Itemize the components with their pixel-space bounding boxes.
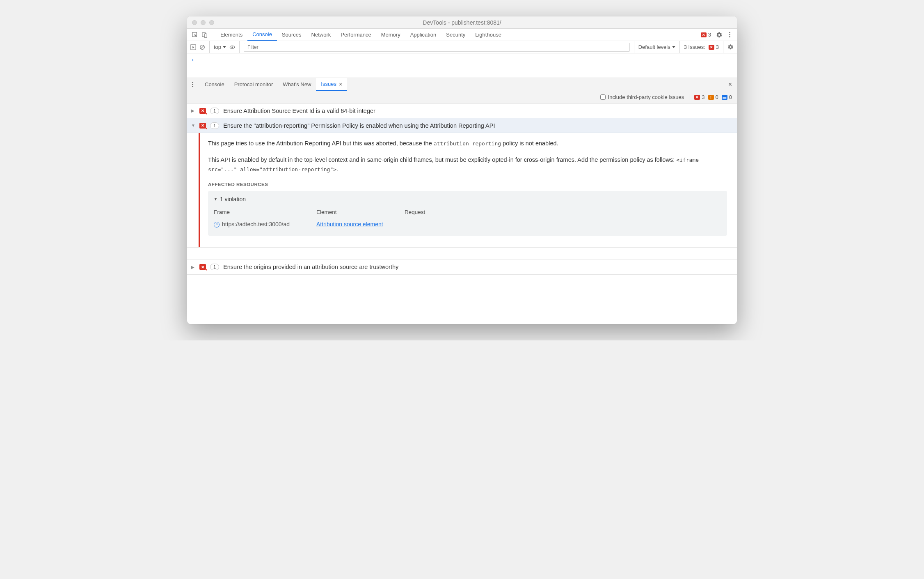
- inspect-element-icon[interactable]: [192, 32, 198, 38]
- issues-badge[interactable]: ✕ 3: [709, 44, 719, 50]
- error-count-value: 3: [702, 94, 704, 100]
- element-link[interactable]: Attribution source element: [316, 221, 383, 227]
- main-tab-bar: Elements Console Sources Network Perform…: [187, 29, 737, 41]
- console-settings-icon[interactable]: [727, 44, 734, 50]
- close-window-button[interactable]: [192, 20, 197, 25]
- issue-description-2: This API is enabled by default in the to…: [208, 155, 727, 174]
- violation-count: 1 violation: [220, 195, 246, 204]
- frame-cell[interactable]: ‹› https://adtech.test:3000/ad: [214, 220, 316, 229]
- eye-icon[interactable]: [229, 44, 235, 50]
- inline-code: attribution-reporting: [434, 140, 501, 147]
- issues-filter-bar: Include third-party cookie issues ✕ 3 ! …: [187, 91, 737, 103]
- collapse-icon: ▼: [214, 197, 217, 202]
- info-count-value: 0: [729, 94, 732, 100]
- chevron-down-icon: [672, 46, 675, 48]
- info-count-item[interactable]: ▬ 0: [722, 94, 732, 100]
- frame-icon: ‹›: [214, 222, 220, 227]
- issues-count: 3: [716, 44, 719, 50]
- tab-lighthouse[interactable]: Lighthouse: [470, 29, 506, 41]
- issue-row[interactable]: ▶ ✕ 1 Ensure the origins provided in an …: [187, 260, 737, 275]
- tab-elements[interactable]: Elements: [215, 29, 247, 41]
- drawer-tab-label: Issues: [321, 81, 336, 87]
- drawer-tab-issues[interactable]: Issues ×: [316, 78, 347, 91]
- svg-rect-2: [204, 34, 207, 37]
- expand-icon: ▶: [191, 108, 195, 113]
- execution-play-icon[interactable]: [190, 44, 196, 50]
- drawer-more-icon[interactable]: [190, 82, 195, 87]
- main-tabs: Elements Console Sources Network Perform…: [215, 29, 506, 41]
- info-icon: ▬: [722, 95, 727, 100]
- expand-icon: ▶: [191, 265, 195, 269]
- traffic-lights: [192, 20, 214, 25]
- minimize-window-button[interactable]: [201, 20, 206, 25]
- tab-performance[interactable]: Performance: [336, 29, 376, 41]
- violation-box: ▼ 1 violation Frame ‹› https://adtech.te…: [208, 191, 727, 235]
- col-header-request: Request: [405, 208, 721, 217]
- issue-description-1: This page tries to use the Attribution R…: [208, 139, 727, 148]
- issue-count-pill: 1: [210, 264, 219, 270]
- svg-point-7: [231, 46, 233, 48]
- console-prompt-icon: ›: [191, 57, 194, 63]
- violation-header[interactable]: ▼ 1 violation: [214, 195, 721, 204]
- third-party-checkbox[interactable]: [600, 94, 606, 100]
- error-icon: ✕: [709, 45, 714, 50]
- filter-input[interactable]: [244, 43, 630, 52]
- warning-count-value: 0: [716, 94, 718, 100]
- tab-console[interactable]: Console: [247, 29, 277, 41]
- inspect-tools: [190, 29, 212, 41]
- issues-label: 3 Issues:: [684, 44, 705, 50]
- issue-title: Ensure Attribution Source Event Id is a …: [223, 108, 375, 114]
- issue-title: Ensure the origins provided in an attrib…: [223, 264, 398, 270]
- collapse-icon: ▼: [191, 123, 195, 128]
- error-icon: ✕: [694, 95, 700, 100]
- drawer-tab-console[interactable]: Console: [200, 78, 229, 91]
- more-menu-icon[interactable]: [727, 32, 732, 37]
- settings-icon[interactable]: [716, 32, 723, 38]
- console-toolbar: top Default levels 3 Issues: ✕ 3: [187, 41, 737, 53]
- issue-error-icon: ✕: [199, 108, 206, 114]
- col-header-element: Element: [316, 208, 405, 217]
- levels-dropdown[interactable]: Default levels: [638, 44, 675, 50]
- console-output[interactable]: ›: [187, 53, 737, 78]
- tab-application[interactable]: Application: [405, 29, 441, 41]
- main-tab-right: ✕ 3: [701, 32, 734, 38]
- device-toolbar-icon[interactable]: [202, 32, 208, 38]
- frame-url: https://adtech.test:3000/ad: [222, 220, 290, 229]
- issue-error-icon: ✕: [199, 264, 206, 270]
- clear-console-icon[interactable]: [199, 44, 205, 50]
- spacer: [187, 248, 737, 260]
- issue-error-icon: ✕: [199, 123, 206, 129]
- violation-table: Frame ‹› https://adtech.test:3000/ad Ele…: [214, 208, 721, 229]
- issue-row[interactable]: ▶ ✕ 1 Ensure Attribution Source Event Id…: [187, 103, 737, 118]
- close-tab-icon[interactable]: ×: [339, 81, 342, 87]
- drawer-tab-protocol-monitor[interactable]: Protocol monitor: [229, 78, 278, 91]
- tab-sources[interactable]: Sources: [277, 29, 306, 41]
- drawer-tab-bar: Console Protocol monitor What's New Issu…: [187, 78, 737, 91]
- drawer-tab-whats-new[interactable]: What's New: [278, 78, 316, 91]
- context-value: top: [214, 44, 221, 50]
- levels-value: Default levels: [638, 44, 670, 50]
- issue-count-pill: 1: [210, 122, 219, 129]
- issues-counts: ✕ 3 ! 0 ▬ 0: [694, 94, 732, 100]
- warning-count-item[interactable]: ! 0: [708, 94, 718, 100]
- window-title: DevTools - publisher.test:8081/: [187, 19, 737, 26]
- tab-memory[interactable]: Memory: [376, 29, 405, 41]
- third-party-label: Include third-party cookie issues: [608, 94, 684, 100]
- warning-icon: !: [708, 95, 714, 100]
- issue-title: Ensure the "attribution-reporting" Permi…: [223, 122, 495, 129]
- third-party-checkbox-row[interactable]: Include third-party cookie issues: [600, 94, 690, 100]
- empty-area: [187, 275, 737, 324]
- context-dropdown[interactable]: top: [214, 44, 226, 50]
- devtools-window: DevTools - publisher.test:8081/ Elements…: [187, 16, 737, 324]
- issue-row[interactable]: ▼ ✕ 1 Ensure the "attribution-reporting"…: [187, 118, 737, 133]
- error-count-badge[interactable]: ✕ 3: [701, 32, 711, 38]
- error-count: 3: [708, 32, 711, 38]
- error-count-item[interactable]: ✕ 3: [694, 94, 704, 100]
- affected-resources-label: Affected Resources: [208, 181, 727, 188]
- tab-security[interactable]: Security: [441, 29, 470, 41]
- col-header-frame: Frame: [214, 208, 316, 217]
- tab-network[interactable]: Network: [306, 29, 336, 41]
- chevron-down-icon: [223, 46, 226, 48]
- close-drawer-icon[interactable]: ×: [727, 81, 734, 88]
- zoom-window-button[interactable]: [209, 20, 214, 25]
